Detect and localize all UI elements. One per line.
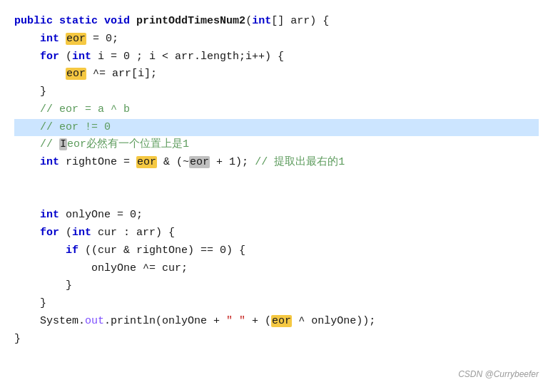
code-line-13: onlyOne ^= cur; [14, 260, 539, 278]
code-line-16: System.out.println(onlyOne + " " + (eor … [14, 313, 539, 331]
watermark-text: CSDN @Currybeefer [458, 368, 539, 382]
code-line-8: // Ieor必然有一个位置上是1 [14, 136, 539, 154]
code-line-empty2 [14, 190, 539, 207]
code-line-12: if ((cur & rightOne) == 0) { [14, 242, 539, 260]
code-line-14: } [14, 277, 539, 295]
code-editor: public static void printOddTimesNum2(int… [0, 0, 553, 392]
code-line-11: for (int cur : arr) { [14, 225, 539, 242]
code-line-9: int rightOne = eor & (~eor + 1); // 提取出最… [14, 154, 539, 172]
code-line-4: eor ^= arr[i]; [14, 66, 539, 83]
code-line-2: int eor = 0; [14, 31, 539, 48]
code-line-3: for (int i = 0 ; i < arr.length;i++) { [14, 48, 539, 66]
code-line-15: } [14, 295, 539, 313]
code-line-17: } [14, 331, 539, 349]
code-line-empty1 [14, 172, 539, 190]
code-line-7: // eor != 0 [14, 119, 539, 137]
code-line-10: int onlyOne = 0; [14, 207, 539, 225]
code-line-5: } [14, 83, 539, 101]
code-line-1: public static void printOddTimesNum2(int… [14, 13, 539, 31]
code-line-6: // eor = a ^ b [14, 101, 539, 119]
